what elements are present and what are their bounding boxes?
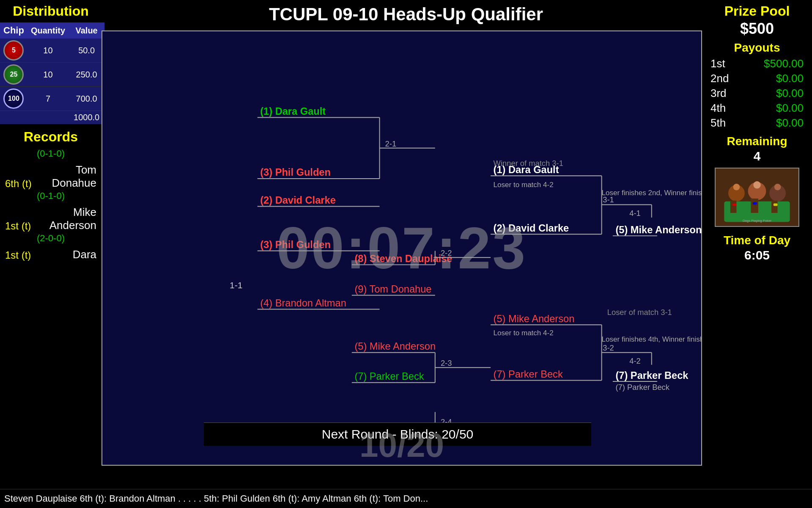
records-section: Records (0-1-0) 6th (t) TomDonahue (0-1-… bbox=[0, 124, 102, 267]
payout-place-4: 4th bbox=[710, 102, 726, 115]
svg-text:(2) David Clarke: (2) David Clarke bbox=[494, 223, 569, 234]
record-row-1: 6th (t) TomDonahue bbox=[3, 163, 98, 190]
payout-amount-1: $500.00 bbox=[764, 57, 804, 70]
svg-text:(3) Phil Gulden: (3) Phil Gulden bbox=[260, 239, 331, 250]
chip-total-row: 1000.0 bbox=[0, 111, 104, 124]
payout-row-5th: 5th $0.00 bbox=[702, 116, 812, 130]
svg-text:(7) Parker Beck: (7) Parker Beck bbox=[615, 370, 689, 381]
svg-rect-11 bbox=[732, 204, 737, 206]
chip-row-5: 5 10 50.0 bbox=[0, 39, 104, 63]
record-place-2: 1st (t) bbox=[5, 220, 31, 232]
svg-text:(8) Steven Dauplaise: (8) Steven Dauplaise bbox=[354, 253, 452, 264]
payouts-title: Payouts bbox=[702, 38, 812, 56]
chip-100-value: 700.0 bbox=[69, 87, 104, 111]
record-entry-1: 6th (t) TomDonahue (0-1-0) bbox=[0, 161, 102, 203]
svg-text:(4) Brandon Altman: (4) Brandon Altman bbox=[260, 298, 346, 309]
page-title: TCUPL 09-10 Heads-Up Qualifier bbox=[0, 0, 812, 27]
bracket-svg: (1) Dara Gault (3) Phil Gulden 2-1 (2) D… bbox=[102, 31, 701, 465]
payout-amount-3: $0.00 bbox=[776, 87, 804, 100]
chip-25-quantity: 10 bbox=[27, 63, 69, 87]
payout-place-1: 1st bbox=[710, 57, 725, 70]
next-round-bar: Next Round - Blinds: 20/50 bbox=[204, 422, 591, 446]
chip-total-value: 1000.0 bbox=[69, 111, 104, 124]
record-entry-2: 1st (t) MikeAnderson (2-0-0) bbox=[0, 203, 102, 246]
svg-text:(1) Dara Gault: (1) Dara Gault bbox=[260, 106, 326, 117]
chip-row-100: 100 7 700.0 bbox=[0, 87, 104, 111]
svg-rect-5 bbox=[730, 201, 737, 213]
svg-rect-13 bbox=[774, 204, 778, 206]
time-of-day-value: 6:05 bbox=[702, 248, 812, 262]
payout-row-3rd: 3rd $0.00 bbox=[702, 86, 812, 101]
svg-text:4-1: 4-1 bbox=[629, 209, 641, 218]
payout-amount-5: $0.00 bbox=[776, 116, 804, 130]
records-title: Records bbox=[0, 127, 102, 146]
right-panel: Prize Pool $500 Payouts 1st $500.00 2nd … bbox=[702, 0, 812, 262]
remaining-value: 4 bbox=[702, 149, 812, 163]
left-panel: Distribution Chip Quantity Value 5 10 50… bbox=[0, 0, 102, 508]
record-entry-3: 1st (t) Dara bbox=[0, 246, 102, 264]
svg-text:(5) Mike Anderson: (5) Mike Anderson bbox=[494, 313, 575, 324]
payout-row-1st: 1st $500.00 bbox=[702, 56, 812, 71]
svg-text:(2) David Clarke: (2) David Clarke bbox=[260, 195, 336, 206]
bottom-bar: Steven Dauplaise 6th (t): Brandon Altman… bbox=[0, 489, 812, 508]
record-entry-0: (0-1-0) bbox=[0, 146, 102, 161]
time-of-day-title: Time of Day bbox=[702, 231, 812, 248]
payout-place-3: 3rd bbox=[710, 87, 727, 100]
payout-place-2: 2nd bbox=[710, 72, 729, 85]
chip-row-25: 25 10 250.0 bbox=[0, 63, 104, 87]
payout-place-5: 5th bbox=[710, 116, 726, 130]
record-place-1: 6th (t) bbox=[5, 178, 32, 190]
payout-row-2nd: 2nd $0.00 bbox=[702, 71, 812, 86]
value-header: Value bbox=[69, 22, 104, 39]
prize-pool-amount: $500 bbox=[702, 20, 812, 38]
svg-point-8 bbox=[733, 184, 740, 190]
record-name-2: MikeAnderson bbox=[49, 206, 96, 232]
svg-text:(3) Phil Gulden: (3) Phil Gulden bbox=[260, 167, 331, 178]
svg-text:2-2: 2-2 bbox=[441, 248, 452, 257]
svg-text:Dogs Playing Poker: Dogs Playing Poker bbox=[743, 219, 772, 223]
chip-header: Chip bbox=[0, 22, 27, 39]
svg-text:Loser finishes 2nd, Winner fin: Loser finishes 2nd, Winner finishes 1st bbox=[602, 189, 701, 197]
svg-text:4-2: 4-2 bbox=[629, 356, 641, 365]
remaining-title: Remaining bbox=[702, 130, 812, 149]
payout-row-4th: 4th $0.00 bbox=[702, 101, 812, 116]
svg-text:(5) Mike Anderson: (5) Mike Anderson bbox=[615, 224, 701, 235]
svg-text:(7) Parker Beck: (7) Parker Beck bbox=[615, 383, 669, 392]
svg-rect-6 bbox=[751, 199, 758, 213]
record-wl-0: (0-1-0) bbox=[3, 148, 98, 159]
svg-point-10 bbox=[774, 184, 781, 190]
chip-25-icon: 25 bbox=[3, 64, 24, 85]
svg-rect-12 bbox=[753, 202, 757, 205]
quantity-header: Quantity bbox=[27, 22, 69, 39]
bracket-area: 00:07:23 10/20 (1) Dara Gault (3) Phil G… bbox=[102, 30, 702, 466]
poker-dogs-image: Dogs Playing Poker bbox=[715, 168, 799, 227]
svg-rect-7 bbox=[771, 201, 778, 213]
svg-text:Loser finishes 4th, Winner fin: Loser finishes 4th, Winner finishes 3rd bbox=[602, 335, 701, 343]
svg-text:Loser to match 4-2: Loser to match 4-2 bbox=[494, 329, 554, 337]
record-place-3: 1st (t) bbox=[5, 249, 31, 261]
record-row-2: 1st (t) MikeAnderson bbox=[3, 205, 98, 233]
record-name-1: TomDonahue bbox=[52, 163, 96, 190]
svg-text:(7) Parker Beck: (7) Parker Beck bbox=[494, 369, 563, 380]
record-name-3: Dara bbox=[73, 248, 96, 261]
chip-100-quantity: 7 bbox=[27, 87, 69, 111]
payout-amount-2: $0.00 bbox=[776, 72, 804, 85]
chip-5-value: 50.0 bbox=[69, 39, 104, 63]
svg-text:1-1: 1-1 bbox=[230, 280, 242, 290]
chip-distribution-table: Chip Quantity Value 5 10 50.0 25 10 250.… bbox=[0, 22, 104, 124]
svg-text:Loser of match 3-1: Loser of match 3-1 bbox=[607, 308, 672, 317]
svg-text:Winner of match 3-1: Winner of match 3-1 bbox=[494, 159, 563, 168]
chip-5-quantity: 10 bbox=[27, 39, 69, 63]
svg-text:Loser to match 4-2: Loser to match 4-2 bbox=[494, 181, 554, 189]
svg-text:3-2: 3-2 bbox=[603, 343, 614, 352]
record-wl-2: (2-0-0) bbox=[3, 233, 98, 244]
svg-text:2-1: 2-1 bbox=[385, 139, 397, 148]
distribution-title: Distribution bbox=[0, 0, 102, 22]
svg-text:(5) Mike Anderson: (5) Mike Anderson bbox=[354, 341, 436, 352]
svg-point-9 bbox=[753, 181, 760, 188]
prize-pool-title: Prize Pool bbox=[702, 0, 812, 20]
payout-amount-4: $0.00 bbox=[776, 102, 804, 115]
chip-100-icon: 100 bbox=[3, 88, 24, 109]
chip-25-value: 250.0 bbox=[69, 63, 104, 87]
chip-5-icon: 5 bbox=[3, 40, 24, 61]
